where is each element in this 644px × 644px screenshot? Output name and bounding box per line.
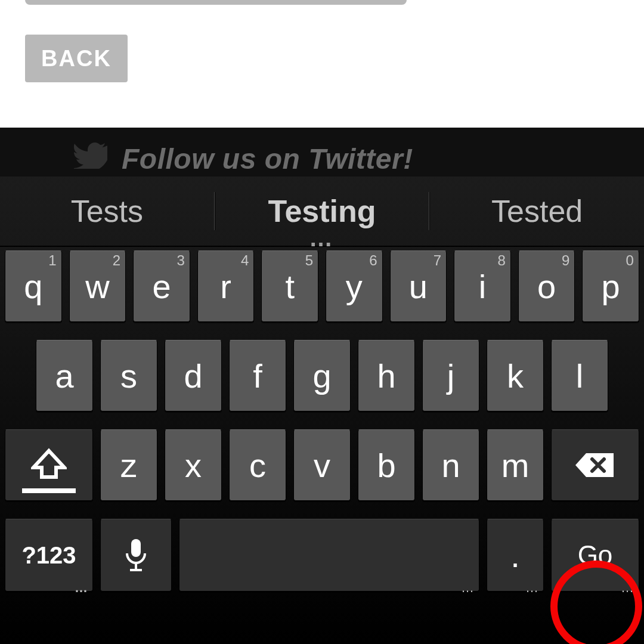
shift-up-icon: [31, 447, 67, 483]
backspace-key[interactable]: [551, 429, 639, 501]
key-q[interactable]: q1: [5, 250, 62, 322]
key-p-label: p: [602, 267, 620, 306]
suggestion-right[interactable]: Tested: [430, 177, 644, 246]
twitter-bird-icon: [74, 143, 107, 175]
key-m[interactable]: m: [487, 429, 544, 501]
go-key[interactable]: Go …: [551, 519, 639, 592]
go-key-label: Go: [578, 540, 613, 570]
twitter-follow-row[interactable]: Follow us on Twitter!: [0, 141, 644, 177]
twitter-follow-label: Follow us on Twitter!: [122, 143, 413, 175]
suggestion-left-label: Tests: [71, 193, 143, 229]
key-z[interactable]: z: [100, 429, 157, 501]
long-press-indicator-icon: …: [525, 585, 540, 591]
key-r-label: r: [220, 267, 231, 306]
key-c[interactable]: c: [229, 429, 286, 501]
period-key-label: .: [510, 536, 520, 575]
suggestion-right-label: Tested: [491, 193, 583, 229]
key-i-label: i: [479, 267, 486, 306]
key-j[interactable]: j: [422, 340, 479, 411]
key-d-label: d: [184, 357, 202, 395]
key-u-hint: 7: [434, 252, 441, 269]
long-press-indicator-icon: …: [621, 585, 635, 591]
backspace-icon: [574, 451, 616, 479]
keyboard-rows: q1w2e3r4t5y6u7i8o9p0 asdfghjkl zxcvbnm ?…: [0, 247, 644, 644]
key-f-label: f: [253, 357, 262, 395]
voice-input-key[interactable]: [100, 519, 172, 592]
keyboard-row-3: zxcvbnm: [5, 429, 639, 501]
back-button[interactable]: BACK: [25, 35, 128, 82]
keyboard-row-4: ?123 … … . … Go …: [5, 519, 639, 592]
key-e-label: e: [152, 267, 171, 306]
keyboard-row-1: q1w2e3r4t5y6u7i8o9p0: [5, 250, 639, 322]
shift-underline: [22, 488, 76, 493]
key-o-label: o: [537, 267, 556, 306]
key-u[interactable]: u7: [390, 250, 447, 322]
key-l-label: l: [576, 357, 583, 395]
shift-key[interactable]: [5, 429, 93, 501]
key-t[interactable]: t5: [261, 250, 318, 322]
more-suggestions-icon: …: [309, 225, 335, 252]
key-a-label: a: [55, 357, 73, 395]
key-a[interactable]: a: [36, 340, 93, 411]
key-q-hint: 1: [48, 252, 56, 269]
key-k-label: k: [507, 357, 524, 395]
key-y-hint: 6: [369, 252, 377, 269]
key-u-label: u: [409, 267, 428, 306]
key-t-hint: 5: [305, 252, 313, 269]
key-i-hint: 8: [497, 252, 505, 269]
key-g[interactable]: g: [293, 340, 351, 411]
suggestion-bar: Tests Testing … Tested: [0, 177, 644, 247]
key-w-label: w: [85, 267, 109, 306]
suggestion-center-label: Testing: [268, 193, 376, 229]
microphone-icon: [123, 538, 148, 572]
period-key[interactable]: . …: [487, 519, 544, 592]
key-h-label: h: [377, 357, 395, 395]
suggestion-left[interactable]: Tests: [0, 177, 214, 246]
key-v-label: v: [314, 446, 330, 485]
key-b-label: b: [377, 446, 395, 485]
key-s-label: s: [120, 357, 137, 395]
key-e-hint: 3: [177, 252, 184, 269]
key-v[interactable]: v: [293, 429, 351, 501]
key-o[interactable]: o9: [518, 250, 575, 322]
suggestion-center[interactable]: Testing …: [215, 177, 429, 246]
cropped-input-field[interactable]: [25, 0, 407, 5]
key-b[interactable]: b: [358, 429, 415, 501]
long-press-indicator-icon: …: [461, 585, 475, 591]
key-e[interactable]: e3: [133, 250, 190, 322]
key-c-label: c: [249, 446, 266, 485]
key-h[interactable]: h: [358, 340, 415, 411]
key-p[interactable]: p0: [582, 250, 639, 322]
keyboard-row-2: asdfghjkl: [5, 340, 639, 411]
key-z-label: z: [120, 446, 137, 485]
key-l[interactable]: l: [551, 340, 608, 411]
key-q-label: q: [24, 267, 42, 306]
key-k[interactable]: k: [487, 340, 544, 411]
key-i[interactable]: i8: [454, 250, 511, 322]
symbols-key-label: ?123: [21, 542, 76, 569]
key-f[interactable]: f: [229, 340, 286, 411]
key-n-label: n: [441, 446, 460, 485]
key-j-label: j: [447, 357, 454, 395]
key-w[interactable]: w2: [69, 250, 126, 322]
key-x-label: x: [185, 446, 202, 485]
key-w-hint: 2: [113, 252, 120, 269]
key-y-label: y: [346, 267, 363, 306]
key-r[interactable]: r4: [197, 250, 255, 322]
key-s[interactable]: s: [100, 340, 157, 411]
long-press-indicator-icon: …: [75, 585, 89, 591]
onscreen-keyboard: Tests Testing … Tested q1w2e3r4t5y6u7i8o…: [0, 177, 644, 644]
symbols-key[interactable]: ?123 …: [5, 519, 93, 592]
key-y[interactable]: y6: [326, 250, 383, 322]
key-o-hint: 9: [562, 252, 569, 269]
key-p-hint: 0: [626, 252, 634, 269]
key-t-label: t: [285, 267, 295, 306]
key-r-hint: 4: [241, 252, 249, 269]
spacebar-key[interactable]: …: [179, 519, 479, 592]
key-x[interactable]: x: [165, 429, 222, 501]
key-d[interactable]: d: [165, 340, 222, 411]
key-n[interactable]: n: [422, 429, 479, 501]
svg-rect-0: [131, 539, 141, 557]
key-m-label: m: [501, 446, 530, 485]
back-button-label: BACK: [41, 46, 112, 72]
